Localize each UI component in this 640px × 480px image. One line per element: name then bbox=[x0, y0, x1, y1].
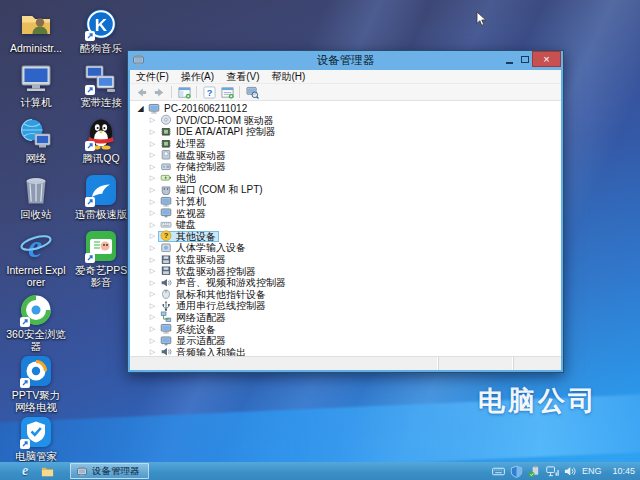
my-computer-icon[interactable]: 计算机 bbox=[6, 62, 66, 108]
tree-item[interactable]: ▷处理器 bbox=[130, 138, 561, 150]
tree-item[interactable]: ▷显示适配器 bbox=[130, 335, 561, 347]
expand-arrow-icon[interactable]: ▷ bbox=[147, 140, 158, 148]
iqiyi-pps-icon[interactable]: 爱奇艺PPS 影音 bbox=[71, 230, 131, 288]
expand-arrow-icon[interactable]: ▷ bbox=[147, 337, 158, 345]
menu-file[interactable]: 文件(F) bbox=[130, 70, 175, 84]
tree-item[interactable]: ▷?其他设备 bbox=[130, 231, 561, 243]
pc-manager-icon bbox=[19, 416, 53, 449]
tree-item[interactable]: ▷端口 (COM 和 LPT) bbox=[130, 184, 561, 196]
maximize-button[interactable] bbox=[517, 51, 532, 67]
back-button[interactable] bbox=[133, 85, 149, 99]
desktop-icon-label: 计算机 bbox=[6, 96, 66, 108]
desktop-icon-label: 爱奇艺PPS 影音 bbox=[71, 264, 131, 288]
expand-arrow-icon[interactable]: ▷ bbox=[147, 302, 158, 310]
expand-arrow-icon[interactable]: ▷ bbox=[147, 186, 158, 194]
pc-manager-icon[interactable]: 电脑管家 bbox=[6, 416, 66, 462]
computer-icon bbox=[160, 196, 173, 208]
tree-item[interactable]: ▷软盘驱动器控制器 bbox=[130, 265, 561, 277]
expand-arrow-icon[interactable]: ▷ bbox=[147, 313, 158, 321]
collapse-arrow-icon[interactable]: ◢ bbox=[135, 104, 146, 113]
console-tree-button[interactable] bbox=[176, 85, 192, 99]
close-button[interactable]: × bbox=[532, 51, 561, 67]
tree-item[interactable]: ▷计算机 bbox=[130, 196, 561, 208]
taskbar-explorer-icon[interactable] bbox=[36, 462, 58, 480]
tree-item[interactable]: ▷网络适配器 bbox=[130, 312, 561, 324]
desktop-icon-label: Administr... bbox=[6, 42, 66, 54]
expand-arrow-icon[interactable]: ▷ bbox=[147, 116, 158, 124]
tree-root-label: PC-201606211012 bbox=[164, 103, 247, 114]
expand-arrow-icon[interactable]: ▷ bbox=[147, 128, 158, 136]
tree-item[interactable]: ▷声音、视频和游戏控制器 bbox=[130, 277, 561, 289]
tree-item[interactable]: ▷电池 bbox=[130, 173, 561, 185]
tree-item[interactable]: ▷键盘 bbox=[130, 219, 561, 231]
tree-root[interactable]: ◢ PC-201606211012 bbox=[130, 103, 561, 115]
menu-action[interactable]: 操作(A) bbox=[175, 70, 220, 84]
properties-button[interactable] bbox=[219, 85, 235, 99]
tree-item[interactable]: ▷监视器 bbox=[130, 207, 561, 219]
thunder-icon[interactable]: 迅雷极速版 bbox=[71, 174, 131, 220]
expand-arrow-icon[interactable]: ▷ bbox=[147, 163, 158, 171]
expand-arrow-icon[interactable]: ▷ bbox=[147, 232, 158, 240]
volume-icon[interactable] bbox=[564, 465, 577, 478]
tree-item[interactable]: ▷通用串行总线控制器 bbox=[130, 300, 561, 312]
kugou-music-icon[interactable]: K酷狗音乐 bbox=[71, 8, 131, 54]
pptv-icon[interactable]: PPTV聚力 网络电视 bbox=[6, 355, 66, 413]
expand-arrow-icon[interactable]: ▷ bbox=[147, 221, 158, 229]
kugou-music-icon: K bbox=[84, 8, 118, 41]
internet-explorer-icon[interactable]: eInternet Explorer bbox=[6, 230, 66, 288]
expand-arrow-icon[interactable]: ▷ bbox=[147, 279, 158, 287]
tree-item[interactable]: ▷IDE ATA/ATAPI 控制器 bbox=[130, 126, 561, 138]
network-status-icon[interactable] bbox=[546, 465, 559, 478]
sound-video-game-icon bbox=[160, 277, 173, 289]
tree-item-label: 端口 (COM 和 LPT) bbox=[176, 184, 263, 195]
administrator-folder-icon[interactable]: Administr... bbox=[6, 8, 66, 54]
expand-arrow-icon[interactable]: ▷ bbox=[147, 256, 158, 264]
expand-arrow-icon[interactable]: ▷ bbox=[147, 198, 158, 206]
taskbar-ie-icon[interactable]: e bbox=[14, 462, 36, 480]
clock[interactable]: 10:45 bbox=[612, 466, 635, 476]
expand-arrow-icon[interactable]: ▷ bbox=[147, 267, 158, 275]
expand-arrow-icon[interactable]: ▷ bbox=[147, 348, 158, 356]
network-icon[interactable]: 网络 bbox=[6, 118, 66, 164]
tree-item[interactable]: ▷软盘驱动器 bbox=[130, 254, 561, 266]
language-indicator[interactable]: ENG bbox=[582, 466, 602, 476]
expand-arrow-icon[interactable]: ▷ bbox=[147, 151, 158, 159]
tree-item[interactable]: ▷系统设备 bbox=[130, 323, 561, 335]
pptv-icon bbox=[19, 355, 53, 388]
taskbar-device-manager-button[interactable]: 设备管理器 bbox=[70, 463, 149, 479]
recycle-bin-icon[interactable]: 回收站 bbox=[6, 174, 66, 220]
help-button[interactable]: ? bbox=[201, 85, 217, 99]
touch-keyboard-icon[interactable] bbox=[492, 465, 505, 478]
tree-item[interactable]: ▷人体学输入设备 bbox=[130, 242, 561, 254]
tree-item[interactable]: ▷磁盘驱动器 bbox=[130, 149, 561, 161]
dvd-drive-icon bbox=[160, 114, 173, 126]
broadband-connection-icon[interactable]: 宽带连接 bbox=[71, 62, 131, 108]
desktop-icon-label: Internet Explorer bbox=[6, 264, 66, 288]
expand-arrow-icon[interactable]: ▷ bbox=[147, 290, 158, 298]
taskbar: e 设备管理器 ENG 10:45 bbox=[0, 462, 640, 480]
menu-help[interactable]: 帮助(H) bbox=[265, 70, 311, 84]
expand-arrow-icon[interactable]: ▷ bbox=[147, 174, 158, 182]
desktop-icon-label: 迅雷极速版 bbox=[71, 208, 131, 220]
menu-view[interactable]: 查看(V) bbox=[220, 70, 265, 84]
forward-button[interactable] bbox=[151, 85, 167, 99]
360-browser-icon[interactable]: 360安全浏览器 bbox=[6, 294, 66, 352]
expand-arrow-icon[interactable]: ▷ bbox=[147, 244, 158, 252]
tencent-qq-icon[interactable]: 腾讯QQ bbox=[71, 118, 131, 164]
shortcut-arrow-icon bbox=[20, 317, 30, 327]
security-shield-icon[interactable] bbox=[510, 465, 523, 478]
tree-item[interactable]: ▷DVD/CD-ROM 驱动器 bbox=[130, 115, 561, 127]
expand-arrow-icon[interactable]: ▷ bbox=[147, 325, 158, 333]
tree-item[interactable]: ▷音频输入和输出 bbox=[130, 346, 561, 356]
scan-hardware-button[interactable] bbox=[244, 85, 260, 99]
tree-item[interactable]: ▷存储控制器 bbox=[130, 161, 561, 173]
tree-item[interactable]: ▷鼠标和其他指针设备 bbox=[130, 289, 561, 301]
window-titlebar[interactable]: 设备管理器 × bbox=[128, 51, 563, 70]
expand-arrow-icon[interactable]: ▷ bbox=[147, 209, 158, 217]
mouse-cursor bbox=[476, 11, 487, 27]
usb-device-icon[interactable] bbox=[528, 465, 541, 478]
tree-item-label: DVD/CD-ROM 驱动器 bbox=[176, 115, 274, 126]
tree-item-label: 声音、视频和游戏控制器 bbox=[176, 277, 286, 288]
minimize-button[interactable] bbox=[502, 51, 517, 67]
svg-text:?: ? bbox=[206, 88, 212, 98]
